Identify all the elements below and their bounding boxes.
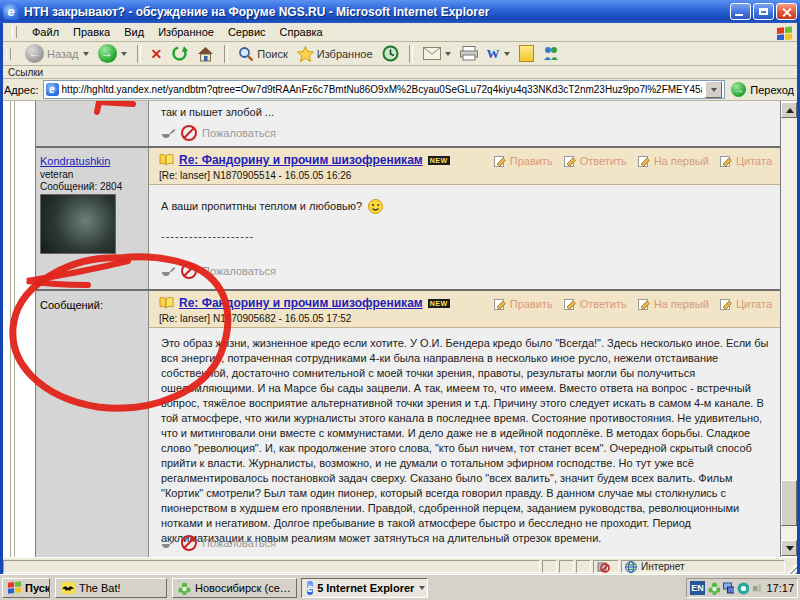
menu-favorites[interactable]: Избранное — [151, 24, 221, 40]
taskbar-button-ie-group[interactable]: e 5 Internet Explorer — [301, 578, 428, 598]
menu-view[interactable]: Вид — [117, 24, 151, 40]
favorites-button[interactable]: Избранное — [294, 45, 376, 63]
edit-word-button[interactable]: W — [484, 45, 513, 63]
refresh-icon — [171, 45, 188, 62]
forum-post-partial: так и пышет злобой ... Пожаловаться — [36, 101, 780, 148]
reply-post-link[interactable]: Ответить — [564, 297, 627, 310]
back-label: Назад — [47, 48, 79, 60]
scroll-down-button[interactable] — [781, 540, 797, 556]
refresh-button[interactable] — [168, 44, 191, 63]
language-indicator[interactable]: EN — [690, 581, 705, 595]
arrow-down-icon — [786, 546, 794, 551]
post-text: Это образ жизни, жизненное кредо если хо… — [161, 336, 769, 546]
close-button[interactable] — [776, 3, 797, 20]
post-header: Re: Фандорину и прочим шизофреникам NEW … — [149, 291, 780, 328]
history-icon — [382, 45, 399, 62]
complain-icon — [181, 263, 197, 279]
status-pane — [576, 560, 591, 573]
edit-post-link[interactable]: Править — [494, 297, 553, 310]
status-blocked-pane — [593, 560, 619, 573]
menu-help[interactable]: Справка — [273, 24, 330, 40]
messenger-button[interactable] — [540, 45, 562, 62]
discuss-button[interactable] — [516, 44, 537, 63]
address-dropdown-icon — [711, 88, 717, 92]
taskbar-button-novosibirsk[interactable]: Новосибирск (сентябрь... — [172, 578, 297, 598]
pencil-icon — [720, 297, 733, 310]
mail-button[interactable] — [420, 46, 454, 61]
search-button[interactable]: Поиск — [235, 45, 290, 63]
quote-link[interactable]: Цитата — [720, 297, 772, 310]
avatar — [40, 194, 116, 254]
tray-flower-icon[interactable] — [708, 582, 720, 595]
home-button[interactable] — [194, 45, 217, 63]
menu-tools[interactable]: Сервис — [221, 24, 273, 40]
complain-link[interactable]: Пожаловаться — [161, 263, 276, 279]
address-input[interactable]: e http://hghltd.yandex.net/yandbtm?qtree… — [43, 80, 726, 99]
separator — [137, 45, 141, 63]
go-label: Переход — [750, 84, 794, 96]
taskbar-button-label: The Bat! — [79, 582, 121, 594]
tray-network-icon[interactable] — [723, 582, 735, 594]
address-label: Адрес: — [4, 84, 39, 96]
book-icon — [159, 154, 174, 166]
complain-link[interactable]: Пожаловаться — [161, 125, 276, 141]
new-badge: NEW — [428, 299, 450, 308]
back-icon: ← — [25, 44, 44, 63]
toolbar: ← Назад → ✕ Поиск Избранное — [0, 42, 800, 66]
post-cell: Re: Фандорину и прочим шизофреникам NEW … — [149, 148, 780, 289]
blocked-icon — [597, 561, 610, 573]
start-button[interactable]: Пуск — [2, 578, 50, 598]
complain-link[interactable]: Пожаловаться — [161, 535, 276, 551]
stop-button[interactable]: ✕ — [148, 45, 166, 63]
post-meta: [Re: lanser] N1870905682 - 16.05.05 17:5… — [159, 313, 772, 324]
go-button[interactable]: → Переход — [729, 82, 796, 97]
star-icon — [297, 46, 314, 62]
forum-table: так и пышет злобой ... Пожаловаться Kond… — [35, 101, 781, 557]
pipe-icon — [161, 265, 176, 277]
pipe-icon — [161, 127, 176, 139]
wink-smiley-icon — [368, 199, 384, 214]
post-body: так и пышет злобой ... Пожаловаться — [149, 101, 780, 146]
minimize-button[interactable] — [730, 3, 751, 20]
zone-label: Интернет — [641, 561, 685, 572]
post-title-link[interactable]: Re: Фандорину и прочим шизофреникам — [179, 153, 423, 167]
history-button[interactable] — [379, 44, 402, 63]
to-first-link[interactable]: На первый — [638, 154, 709, 167]
scroll-up-button[interactable] — [781, 102, 797, 118]
post-body: Это образ жизни, жизненное кредо если хо… — [149, 328, 780, 557]
window-border-left — [0, 23, 3, 574]
tray-volume-icon[interactable] — [752, 582, 764, 594]
vertical-scrollbar[interactable] — [781, 102, 797, 556]
post-title-link[interactable]: Re: Фандорину и прочим шизофреникам — [179, 296, 423, 310]
toolbar-grip — [12, 26, 17, 38]
links-label[interactable]: Ссылки — [8, 67, 43, 78]
address-dropdown-button[interactable] — [705, 81, 722, 98]
post-text: А ваши пропитпны теплом и любовью? — [161, 199, 362, 214]
menu-edit[interactable]: Правка — [66, 24, 117, 40]
print-button[interactable] — [457, 45, 481, 62]
page-icon: e — [46, 83, 59, 96]
globe-icon — [625, 561, 637, 573]
status-bar: Интернет — [0, 557, 800, 574]
close-icon — [781, 7, 792, 18]
taskbar-button-thebat[interactable]: The Bat! — [55, 578, 167, 598]
author-link[interactable]: Kondratushkin — [40, 155, 110, 167]
bat-icon — [61, 582, 75, 594]
back-button[interactable]: ← Назад — [22, 43, 92, 64]
word-icon: W — [487, 46, 500, 62]
maximize-button[interactable] — [753, 3, 774, 20]
address-url: http://hghltd.yandex.net/yandbtm?qtree=O… — [62, 84, 703, 95]
ie-window-icon: e — [3, 4, 19, 20]
reply-post-link[interactable]: Ответить — [564, 154, 627, 167]
menu-file[interactable]: Файл — [25, 24, 66, 40]
forward-button[interactable]: → — [95, 43, 130, 64]
quote-link[interactable]: Цитата — [720, 154, 772, 167]
scrollbar-thumb[interactable] — [781, 480, 797, 526]
pencil-icon — [494, 297, 507, 310]
system-tray: EN 17:17 — [686, 578, 798, 598]
edit-dropdown-icon — [504, 52, 510, 56]
separator — [409, 45, 413, 63]
to-first-link[interactable]: На первый — [638, 297, 709, 310]
tray-app-icon[interactable] — [737, 582, 749, 595]
edit-post-link[interactable]: Править — [494, 154, 553, 167]
